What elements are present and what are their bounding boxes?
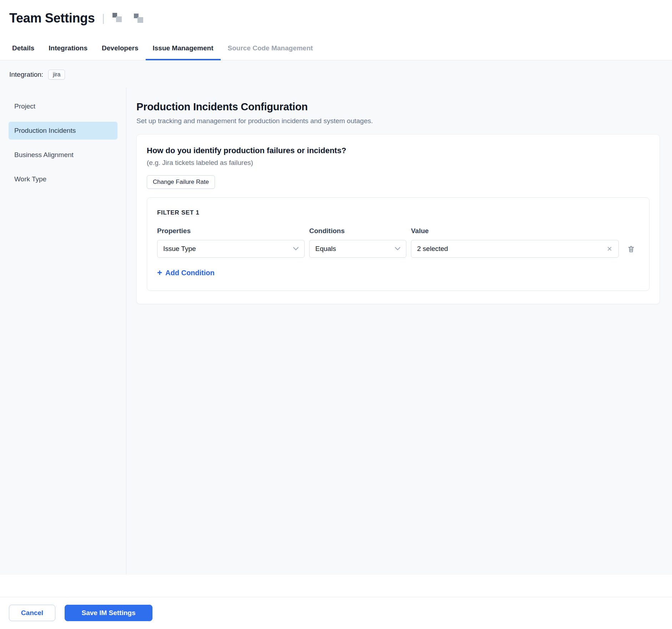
value-multiselect-text: 2 selected <box>417 245 448 253</box>
add-condition-button[interactable]: + Add Condition <box>157 268 215 277</box>
tab-source-code-management: Source Code Management <box>221 36 320 60</box>
footer-action-bar: Cancel Save IM Settings <box>0 597 672 629</box>
integration-row: Integration: jira <box>0 60 672 87</box>
delete-filter-row-icon[interactable] <box>627 245 635 253</box>
property-select[interactable]: Issue Type <box>157 240 305 258</box>
filter-set-box: FILTER SET 1 Properties Conditions Value… <box>147 197 650 291</box>
card-hint: (e.g. Jira tickets labeled as failures) <box>147 159 650 167</box>
condition-select[interactable]: Equals <box>309 240 406 258</box>
column-header-properties: Properties <box>157 227 305 235</box>
change-failure-rate-chip[interactable]: Change Failure Rate <box>147 175 215 189</box>
row-actions <box>623 245 639 253</box>
section-title: Production Incidents Configuration <box>136 101 660 113</box>
integration-logo-icon <box>133 13 144 24</box>
filter-set-title: FILTER SET 1 <box>157 209 639 216</box>
integration-label: Integration: <box>9 71 43 79</box>
add-condition-label: Add Condition <box>165 269 215 277</box>
card-question: How do you identify production failures … <box>147 146 650 155</box>
tab-bar: Details Integrations Developers Issue Ma… <box>0 36 672 60</box>
sidebar-item-production-incidents[interactable]: Production Incidents <box>9 122 117 140</box>
title-separator: | <box>102 12 105 24</box>
header: Team Settings | <box>0 0 672 36</box>
plus-icon: + <box>157 268 162 277</box>
page-body: Integration: jira Project Production Inc… <box>0 60 672 575</box>
page-title: Team Settings <box>9 11 95 26</box>
property-select-value: Issue Type <box>163 245 196 253</box>
sidebar-item-business-alignment[interactable]: Business Alignment <box>9 146 117 164</box>
cancel-button[interactable]: Cancel <box>9 605 55 621</box>
settings-sidebar: Project Production Incidents Business Al… <box>0 87 126 575</box>
content-row: Project Production Incidents Business Al… <box>0 87 672 575</box>
chevron-down-icon <box>395 247 400 251</box>
integration-logo-icon <box>112 13 123 24</box>
condition-select-value: Equals <box>315 245 336 253</box>
section-subtitle: Set up tracking and management for produ… <box>136 117 660 125</box>
column-header-conditions: Conditions <box>309 227 406 235</box>
sidebar-item-project[interactable]: Project <box>9 97 117 115</box>
clear-selection-icon[interactable]: × <box>606 245 613 253</box>
integration-badge: jira <box>48 70 65 80</box>
incidents-config-card: How do you identify production failures … <box>136 134 660 304</box>
chevron-down-icon <box>293 247 299 251</box>
value-multiselect[interactable]: 2 selected × <box>411 240 619 258</box>
column-header-value: Value <box>411 227 619 235</box>
filter-grid: Properties Conditions Value Issue Type E… <box>157 227 639 258</box>
tab-developers[interactable]: Developers <box>95 36 145 60</box>
sidebar-item-work-type[interactable]: Work Type <box>9 170 117 188</box>
tab-integrations[interactable]: Integrations <box>41 36 95 60</box>
save-im-settings-button[interactable]: Save IM Settings <box>65 605 152 621</box>
tab-issue-management[interactable]: Issue Management <box>146 36 221 60</box>
main-panel: Production Incidents Configuration Set u… <box>126 87 672 575</box>
tab-details[interactable]: Details <box>5 36 41 60</box>
